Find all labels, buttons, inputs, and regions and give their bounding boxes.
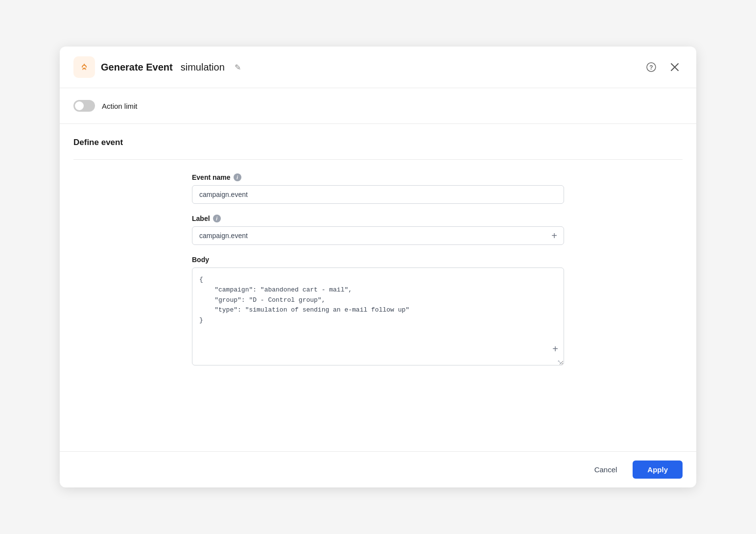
edit-name-button[interactable]: ✎ bbox=[232, 62, 244, 73]
label-info-icon[interactable]: i bbox=[213, 215, 221, 222]
form-container: Event name i Label i + bbox=[192, 173, 564, 367]
define-event-section: Define event Event name i Label i bbox=[60, 124, 696, 451]
label-input[interactable] bbox=[192, 226, 564, 245]
label-add-button[interactable]: + bbox=[549, 230, 559, 242]
modal-footer: Cancel Apply bbox=[60, 451, 696, 487]
event-name-info-icon[interactable]: i bbox=[234, 173, 241, 181]
body-label-row: Body bbox=[192, 256, 564, 264]
label-label-row: Label i bbox=[192, 215, 564, 222]
header-title: Generate Event bbox=[101, 62, 173, 73]
close-icon bbox=[670, 63, 679, 72]
section-title: Define event bbox=[73, 138, 683, 147]
body-group: Body { "campaign": "abandoned cart - mai… bbox=[192, 256, 564, 367]
app-icon bbox=[73, 56, 95, 78]
divider bbox=[73, 159, 683, 160]
modal-container: Generate Event simulation ✎ ? Action bbox=[60, 47, 696, 487]
body-label: Body bbox=[192, 256, 209, 264]
body-textarea-container: { "campaign": "abandoned cart - mail", "… bbox=[192, 267, 564, 367]
label-label: Label bbox=[192, 215, 210, 222]
plus-icon: + bbox=[551, 230, 557, 241]
event-name-input[interactable] bbox=[192, 185, 564, 204]
header-actions: ? bbox=[643, 59, 683, 75]
action-limit-label: Action limit bbox=[102, 102, 138, 110]
label-input-wrapper: + bbox=[192, 226, 564, 245]
help-icon: ? bbox=[646, 62, 656, 72]
event-name-group: Event name i bbox=[192, 173, 564, 204]
apply-button[interactable]: Apply bbox=[633, 461, 683, 479]
event-name-label: Event name bbox=[192, 173, 231, 181]
header-subtitle: simulation bbox=[181, 62, 225, 73]
help-button[interactable]: ? bbox=[643, 59, 659, 75]
event-name-label-row: Event name i bbox=[192, 173, 564, 181]
label-group: Label i + bbox=[192, 215, 564, 245]
pencil-icon: ✎ bbox=[235, 63, 241, 72]
cancel-button[interactable]: Cancel bbox=[585, 461, 627, 479]
body-add-button[interactable]: + bbox=[552, 344, 558, 354]
modal-header: Generate Event simulation ✎ ? bbox=[60, 47, 696, 88]
action-limit-section: Action limit bbox=[60, 88, 696, 124]
svg-text:?: ? bbox=[649, 64, 653, 71]
body-textarea[interactable]: { "campaign": "abandoned cart - mail", "… bbox=[192, 267, 564, 365]
close-button[interactable] bbox=[667, 59, 683, 75]
body-plus-icon: + bbox=[552, 343, 558, 354]
action-limit-toggle[interactable] bbox=[73, 100, 95, 112]
toggle-slider bbox=[73, 100, 95, 112]
